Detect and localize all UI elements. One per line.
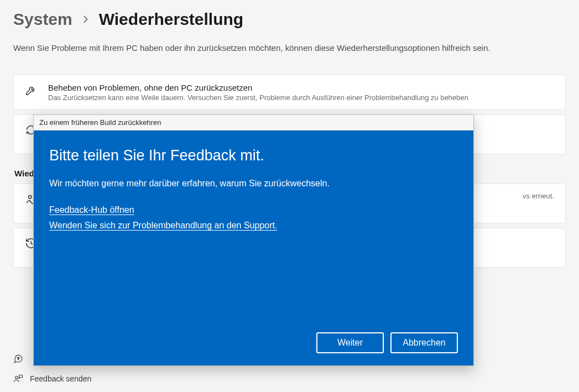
option-card-troubleshoot[interactable]: Beheben von Problemen, ohne den PC zurüc…	[13, 75, 566, 110]
cancel-button[interactable]: Abbrechen	[390, 332, 458, 353]
dialog-lead: Wir möchten gerne mehr darüber erfahren,…	[49, 179, 458, 189]
page-subtitle: Wenn Sie Probleme mit Ihrem PC haben ode…	[13, 43, 566, 53]
svg-point-2	[15, 377, 18, 379]
dialog-button-row: Weiter Abbrechen	[49, 332, 458, 353]
open-feedback-hub-link[interactable]: Feedback-Hub öffnen	[49, 205, 134, 215]
option-desc: Das Zurücksetzen kann eine Weile dauern.…	[48, 93, 468, 102]
option-title: Beheben von Problemen, ohne den PC zurüc…	[48, 83, 468, 92]
wrench-icon	[25, 84, 37, 96]
next-button[interactable]: Weiter	[316, 332, 384, 353]
dialog-body: Bitte teilen Sie Ihr Feedback mit. Wir m…	[34, 130, 473, 365]
svg-rect-3	[19, 375, 23, 378]
breadcrumb-parent[interactable]: System	[13, 10, 72, 29]
contact-support-link[interactable]: Wenden Sie sich zur Problembehandlung an…	[49, 221, 277, 231]
feedback-link-label: Feedback senden	[30, 374, 91, 383]
rollback-dialog: Zu einem früheren Build zurückkehren Bit…	[33, 114, 474, 366]
person-feedback-icon	[13, 374, 23, 384]
chat-help-icon: ?	[13, 354, 23, 364]
svg-point-0	[28, 196, 32, 199]
breadcrumb: System Wiederherstellung	[13, 10, 566, 29]
dialog-heading: Bitte teilen Sie Ihr Feedback mit.	[49, 147, 458, 164]
dialog-titlebar: Zu einem früheren Build zurückkehren	[34, 115, 473, 130]
breadcrumb-current: Wiederherstellung	[99, 10, 243, 29]
feedback-link[interactable]: Feedback senden	[13, 374, 91, 384]
svg-text:?: ?	[17, 356, 19, 361]
chevron-right-icon	[82, 15, 89, 23]
dialog-title: Zu einem früheren Build zurückkehren	[39, 118, 161, 127]
